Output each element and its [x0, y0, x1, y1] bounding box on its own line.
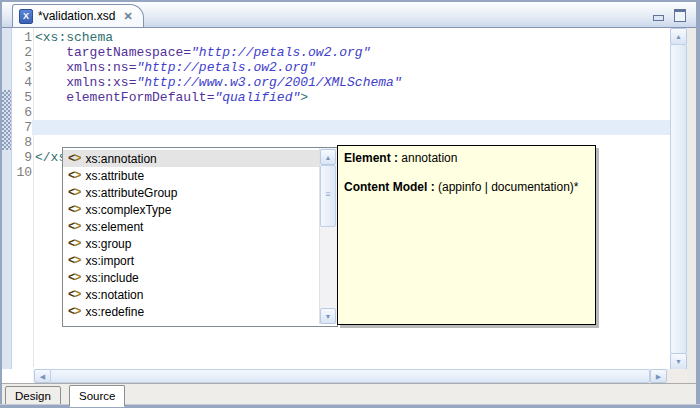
tab-source[interactable]: Source [69, 385, 125, 407]
editor-tab-title: *validation.xsd [38, 9, 115, 23]
tab-design[interactable]: Design [5, 386, 61, 406]
scrollbar-left-filler [2, 369, 33, 383]
tooltip-row: Content Model : (appinfo | documentation… [344, 180, 589, 194]
content-assist-item-label: xs:notation [85, 288, 143, 302]
content-assist-item-label: xs:include [85, 271, 138, 285]
code-line: <xs:schema [35, 30, 670, 45]
eclipse-editor-window: X *validation.xsd ✕ 12345678910 <xs:sche… [0, 0, 700, 408]
close-icon[interactable]: ✕ [123, 10, 132, 23]
xml-tag-icon: <> [68, 203, 80, 217]
xml-tag-icon: <> [68, 152, 80, 166]
content-assist-item[interactable]: <>xs:attributeGroup [63, 184, 319, 201]
xml-tag-icon: <> [68, 220, 80, 234]
view-window-controls [653, 9, 686, 22]
code-token-tag: <xs:schema [35, 30, 113, 45]
line-number: 9 [12, 150, 32, 165]
tab-validation-xsd[interactable]: X *validation.xsd ✕ [12, 4, 144, 27]
content-assist-item-label: xs:group [85, 237, 131, 251]
content-assist-item-label: xs:import [85, 254, 134, 268]
code-line [35, 105, 670, 120]
page-tab-bar: DesignSource [2, 383, 696, 405]
scroll-down-icon[interactable]: ▼ [670, 353, 687, 370]
content-assist-item-label: xs:element [85, 220, 143, 234]
content-assist-item[interactable]: <>xs:notation [63, 286, 319, 303]
xml-tag-icon: <> [68, 237, 80, 251]
content-assist-item[interactable]: <>xs:import [63, 252, 319, 269]
xml-tag-icon: <> [68, 169, 80, 183]
scroll-right-icon[interactable]: ▶ [650, 369, 667, 383]
content-assist-item-label: xs:attribute [85, 169, 144, 183]
line-number: 7 [12, 120, 32, 135]
editor-vertical-scrollbar[interactable]: ▲ ▼ [670, 28, 687, 369]
editor-horizontal-scrollbar[interactable]: ◀ ▶ [33, 369, 667, 383]
code-token-val: "qualified" [214, 90, 300, 105]
line-number: 3 [12, 60, 32, 75]
popup-scroll-thumb[interactable]: ≡ [320, 165, 336, 227]
xml-tag-icon: <> [68, 305, 80, 319]
code-token-attr: xmlns:ns= [66, 60, 136, 75]
scrollbar-corner [667, 369, 687, 383]
code-token-pl [35, 45, 66, 60]
ruler-separator [33, 28, 34, 367]
content-assist-item-label: xs:attributeGroup [85, 186, 177, 200]
scroll-up-icon[interactable]: ▲ [670, 28, 687, 45]
content-assist-list: <>xs:annotation<>xs:attribute<>xs:attrib… [63, 150, 319, 320]
minimize-icon[interactable] [653, 15, 664, 21]
content-assist-item[interactable]: <>xs:complexType [63, 201, 319, 218]
line-number-ruler: 12345678910 [12, 30, 32, 180]
code-token-attr: elementFormDefault= [66, 90, 214, 105]
popup-scroll-up-icon[interactable]: ▲ [320, 149, 336, 165]
tooltip-label: Element : [344, 151, 398, 165]
code-token-val: "http://petals.ow2.org" [191, 45, 370, 60]
code-line: xmlns:ns="http://petals.ow2.org" [35, 60, 670, 75]
code-token-pl [35, 60, 66, 75]
code-token-attr: xmlns:xs= [66, 75, 136, 90]
tooltip-label: Content Model : [344, 180, 435, 194]
code-token-val: "http://petals.ow2.org" [136, 60, 315, 75]
line-number: 5 [12, 90, 32, 105]
xml-tag-icon: <> [68, 271, 80, 285]
content-assist-item-label: xs:annotation [85, 152, 156, 166]
xml-tag-icon: <> [68, 254, 80, 268]
popup-scrollbar[interactable]: ▲ ≡ ▼ [319, 148, 337, 324]
content-assist-item-label: xs:complexType [85, 203, 171, 217]
content-assist-item[interactable]: <>xs:include [63, 269, 319, 286]
marker-bar[interactable] [2, 28, 12, 383]
line-number: 4 [12, 75, 32, 90]
content-assist-item-label: xs:redefine [85, 305, 144, 319]
horizontal-scroll-thumb[interactable] [50, 369, 650, 383]
maximize-icon[interactable] [674, 9, 686, 22]
popup-scroll-down-icon[interactable]: ▼ [320, 308, 336, 324]
code-line: targetNamespace="http://petals.ow2.org" [35, 45, 670, 60]
content-assist-item[interactable]: <>xs:attribute [63, 167, 319, 184]
content-assist-item[interactable]: <>xs:redefine [63, 303, 319, 320]
xml-tag-icon: <> [68, 186, 80, 200]
code-line: elementFormDefault="qualified"> [35, 90, 670, 105]
content-assist-popup: <>xs:annotation<>xs:attribute<>xs:attrib… [62, 147, 338, 327]
content-assist-item[interactable]: <>xs:group [63, 235, 319, 252]
current-line [32, 120, 670, 135]
editor-tab-bar: X *validation.xsd ✕ [2, 2, 696, 28]
tooltip-row: Element : annotation [344, 151, 589, 165]
content-assist-item[interactable]: <>xs:annotation [63, 150, 319, 167]
line-number: 1 [12, 30, 32, 45]
range-indicator [2, 90, 11, 150]
thumb-grip: ≡ [321, 190, 335, 199]
editor-right-margin [687, 28, 696, 383]
line-number: 10 [12, 165, 32, 180]
code-token-pl [35, 90, 66, 105]
xml-file-icon: X [19, 9, 33, 24]
line-number: 6 [12, 105, 32, 120]
code-token-tag: > [300, 90, 308, 105]
vertical-scroll-thumb[interactable] [670, 44, 687, 354]
code-line: xmlns:xs="http://www.w3.org/2001/XMLSche… [35, 75, 670, 90]
line-number: 2 [12, 45, 32, 60]
line-number: 8 [12, 135, 32, 150]
code-token-attr: targetNamespace= [66, 45, 191, 60]
scroll-left-icon[interactable]: ◀ [34, 369, 51, 383]
content-assist-item[interactable]: <>xs:element [63, 218, 319, 235]
documentation-tooltip: Element : annotationContent Model : (app… [337, 145, 596, 325]
code-token-pl [35, 75, 66, 90]
xml-tag-icon: <> [68, 288, 80, 302]
code-token-val: "http://www.w3.org/2001/XMLSchema" [136, 75, 401, 90]
